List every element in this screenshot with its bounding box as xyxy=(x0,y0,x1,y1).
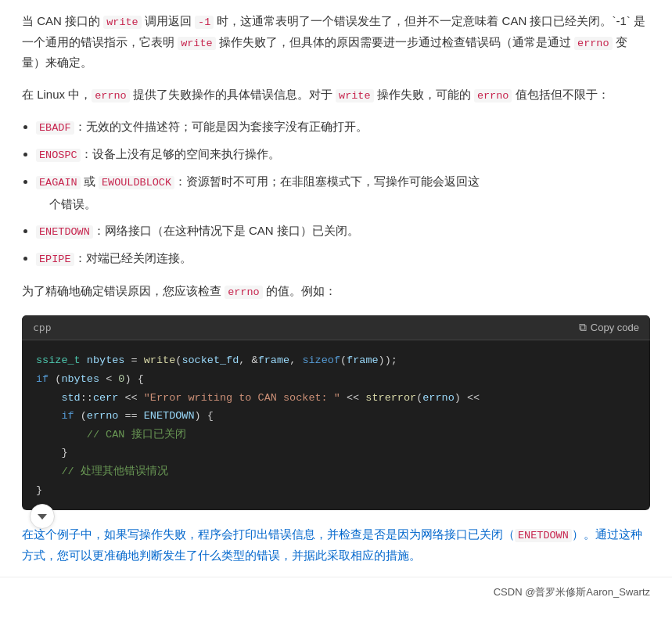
list-item-enospc: ENOSPC：设备上没有足够的空间来执行操作。 xyxy=(36,143,650,166)
footer-bar: CSDN @普罗米修斯Aaron_Swartz xyxy=(0,577,672,607)
write-code-inline: write xyxy=(103,16,142,29)
enospc-code: ENOSPC xyxy=(36,149,81,162)
footer-logo: CSDN @普罗米修斯Aaron_Swartz xyxy=(494,585,650,599)
enetdown-inline: ENETDOWN xyxy=(515,529,572,542)
errno-code2: errno xyxy=(92,89,130,103)
code-line-4: if (errno == ENETDOWN) { xyxy=(36,407,636,426)
copy-icon: ⧉ xyxy=(579,321,587,334)
list-item-ebadf: EBADF：无效的文件描述符；可能是因为套接字没有正确打开。 xyxy=(36,116,650,138)
list-item-epipe: EPIPE：对端已经关闭连接。 xyxy=(36,247,650,270)
copy-code-button[interactable]: ⧉ Copy code xyxy=(579,321,639,334)
eagain-code: EAGAIN xyxy=(36,176,81,189)
code-block-body: ssize_t nbytes = write(socket_fd, &frame… xyxy=(22,340,650,510)
code-line-8: } xyxy=(36,481,636,500)
code-lang: cpp xyxy=(33,322,51,333)
code-block-header: cpp ⧉ Copy code xyxy=(22,315,650,340)
list-item-eagain: EAGAIN 或 EWOULDBLOCK：资源暂时不可用；在非阻塞模式下，写操作… xyxy=(36,171,650,215)
write-code3: write xyxy=(336,89,374,103)
epipe-code: EPIPE xyxy=(36,253,74,266)
error-list: EBADF：无效的文件描述符；可能是因为套接字没有正确打开。 ENOSPC：设备… xyxy=(36,116,650,270)
para-before-code: 为了精确地确定错误原因，您应该检查 errno 的值。例如： xyxy=(22,281,650,302)
write-code2: write xyxy=(178,37,216,50)
scroll-down-button[interactable] xyxy=(30,504,55,529)
minus1-code-inline: -1 xyxy=(195,16,214,29)
errno-code1: errno xyxy=(574,37,613,50)
paragraph-errno: 在 Linux 中，errno 提供了失败操作的具体错误信息。对于 write … xyxy=(22,85,650,106)
code-line-2: if (nbytes < 0) { xyxy=(36,370,636,389)
code-block: cpp ⧉ Copy code ssize_t nbytes = write(s… xyxy=(22,315,650,510)
main-content: 当 CAN 接口的 write 调用返回 -1 时，这通常表明了一个错误发生了，… xyxy=(0,0,672,566)
intro-paragraph: 当 CAN 接口的 write 调用返回 -1 时，这通常表明了一个错误发生了，… xyxy=(22,11,650,74)
code-line-5: // CAN 接口已关闭 xyxy=(36,426,636,444)
copy-label: Copy code xyxy=(591,322,639,333)
code-line-7: // 处理其他错误情况 xyxy=(36,462,636,481)
enetdown-code: ENETDOWN xyxy=(36,225,93,239)
errno-code4: errno xyxy=(225,286,263,299)
errno-code3: errno xyxy=(474,89,512,103)
code-line-6: } xyxy=(36,444,636,462)
para-after-code: 在这个例子中，如果写操作失败，程序会打印出错误信息，并检查是否是因为网络接口已关… xyxy=(22,524,650,566)
chevron-down-icon xyxy=(38,514,47,520)
ebadf-code: EBADF xyxy=(36,121,74,135)
ewouldblock-code: EWOULDBLOCK xyxy=(99,176,174,189)
code-line-1: ssize_t nbytes = write(socket_fd, &frame… xyxy=(36,351,636,370)
code-line-3: std::cerr << "Error writing to CAN socke… xyxy=(36,389,636,408)
list-item-enetdown: ENETDOWN：网络接口（在这种情况下是 CAN 接口）已关闭。 xyxy=(36,220,650,243)
